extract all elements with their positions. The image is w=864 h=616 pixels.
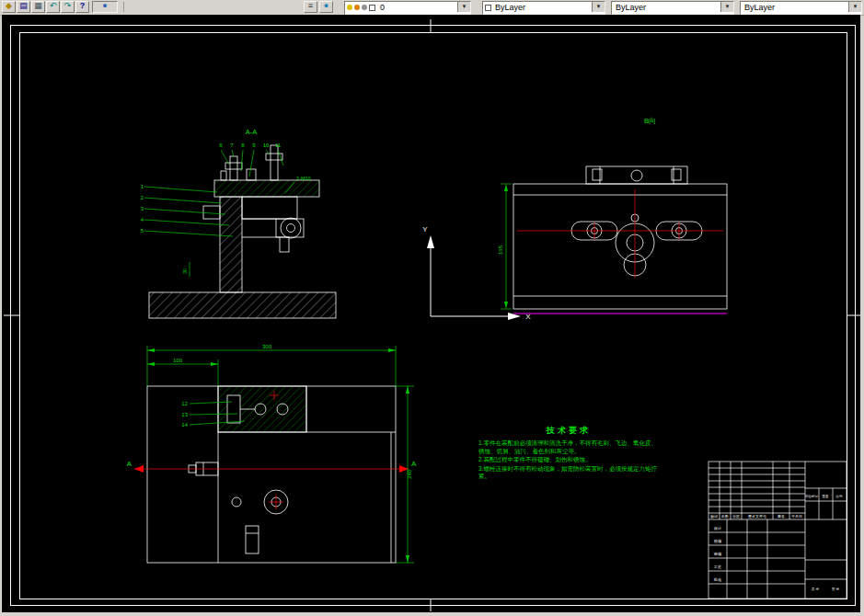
leader-4 xyxy=(144,220,229,225)
balloon-1[interactable]: 1 xyxy=(141,184,144,189)
plan-balloon-12[interactable]: 12 xyxy=(181,401,188,406)
stud-a[interactable] xyxy=(230,156,237,180)
b-body-outline[interactable] xyxy=(513,184,727,309)
layer-states-icon[interactable]: ● xyxy=(319,1,333,13)
tb-sheet-total: 共 张 xyxy=(812,587,820,591)
balloon-6[interactable]: 6 xyxy=(219,143,223,148)
spacer[interactable] xyxy=(247,169,256,180)
balloon-5[interactable]: 5 xyxy=(141,228,144,234)
save-glyph: ▤ xyxy=(19,1,28,11)
tb-scale-label: 比例 xyxy=(836,495,843,498)
tb-sheet-no: 第 张 xyxy=(832,587,840,591)
balloon-8[interactable]: 8 xyxy=(241,143,245,148)
color-combo-dropdown-icon[interactable]: ▼ xyxy=(592,2,605,12)
roller-outer[interactable] xyxy=(281,218,301,238)
plan-dim-total[interactable]: 300 xyxy=(262,344,272,349)
linetype-combo[interactable]: ByLayer ▼ xyxy=(611,1,734,15)
plan-dim-side[interactable]: 240 xyxy=(407,469,412,479)
b-view-label[interactable]: B向 xyxy=(644,117,656,125)
b-direction-view[interactable]: 165 B向 xyxy=(498,117,727,314)
title-block[interactable]: 标记 处数 分区 更改文件号 签名 年月日 设计 校核 审核 工艺 批准 阶段标… xyxy=(708,462,847,599)
plan-balloon-13[interactable]: 13 xyxy=(181,412,188,417)
ucs-y-arrowhead xyxy=(427,235,434,248)
undo-icon[interactable]: ↶ xyxy=(46,1,60,13)
plan-dim-left[interactable]: 100 xyxy=(173,358,183,363)
screw[interactable] xyxy=(280,237,289,252)
print-icon[interactable]: ▦ xyxy=(31,1,45,13)
ucs-icon: Y X xyxy=(422,225,531,321)
leader-3 xyxy=(144,209,225,214)
section-a-right[interactable]: A xyxy=(411,460,417,468)
layers-icon[interactable]: ≡ xyxy=(304,1,317,13)
b-bolt-left[interactable] xyxy=(593,169,602,180)
layers-glyph: ≡ xyxy=(308,1,313,11)
tb-rev-col-4: 更改文件号 xyxy=(748,514,766,519)
redo-icon[interactable]: ↷ xyxy=(61,1,75,13)
linetype-combo-dropdown-icon[interactable]: ▼ xyxy=(720,2,733,12)
tb-weight-label: 重量 xyxy=(823,494,829,498)
tech-req-title: 技术要求 xyxy=(478,425,659,437)
save-icon[interactable]: ▤ xyxy=(17,1,30,13)
dim-arrow-4 xyxy=(211,362,218,366)
fixture-plate[interactable] xyxy=(214,180,319,197)
dim-arrow-3 xyxy=(147,362,155,366)
stud-b[interactable] xyxy=(271,145,278,180)
front-dim-30[interactable]: 30 xyxy=(182,268,188,274)
properties-glyph: ● xyxy=(102,1,107,11)
tb-stage-label: 阶段标记 xyxy=(805,494,818,498)
layer-combo[interactable]: 0 ▼ xyxy=(344,1,471,15)
ucs-y-label: Y xyxy=(422,225,428,234)
b-bolt-right[interactable] xyxy=(672,169,681,180)
column[interactable] xyxy=(220,197,242,292)
color-combo[interactable]: ByLayer ▼ xyxy=(482,1,605,15)
balloon-7[interactable]: 7 xyxy=(230,143,234,148)
left-clamp[interactable] xyxy=(203,206,220,219)
thread-callout[interactable]: 2-M10 xyxy=(296,176,311,181)
tb-role-review: 审核 xyxy=(714,552,722,556)
layer-color-chip xyxy=(369,5,375,11)
locating-pin[interactable] xyxy=(221,171,226,180)
front-section-view[interactable]: 1 2 3 4 5 6 7 8 9 10 11 A-A 2-M10 30 xyxy=(141,128,336,318)
b-bracket-boss[interactable] xyxy=(631,170,642,181)
undo-glyph: ↶ xyxy=(50,1,57,11)
lineweight-combo[interactable]: ByLayer ▼ xyxy=(740,1,862,15)
balloon-2[interactable]: 2 xyxy=(141,195,144,200)
b-dim-height[interactable]: 165 xyxy=(498,245,503,255)
balloon-3[interactable]: 3 xyxy=(141,206,144,211)
dim-arrow-2 xyxy=(388,348,396,352)
plan-slot[interactable] xyxy=(227,395,240,423)
plan-balloon-14[interactable]: 14 xyxy=(181,422,188,428)
properties-icon[interactable]: ● xyxy=(92,1,118,13)
balloon-10[interactable]: 10 xyxy=(263,143,270,148)
help-icon[interactable]: ? xyxy=(75,1,89,13)
drawing-sheet[interactable]: 1 2 3 4 5 6 7 8 9 10 11 A-A 2-M10 30 xyxy=(2,15,860,612)
clamp-block[interactable] xyxy=(276,219,304,237)
layer-combo-dropdown-icon[interactable]: ▼ xyxy=(457,2,470,12)
open-icon[interactable]: ◆ xyxy=(2,1,16,13)
roller-inner[interactable] xyxy=(287,224,295,233)
lineweight-combo-value: ByLayer xyxy=(744,3,775,12)
technical-requirements[interactable]: 技术要求 1.零件在装配前必须清理和清洗干净，不得有毛刺、飞边、氧化皮、锈蚀、切… xyxy=(478,425,659,482)
plan-bolt[interactable] xyxy=(246,526,259,553)
print-glyph: ▦ xyxy=(34,1,42,11)
lineweight-combo-dropdown-icon[interactable]: ▼ xyxy=(848,2,861,12)
tb-role-design: 设计 xyxy=(714,526,722,530)
dim-arrow-5 xyxy=(406,386,409,394)
section-a-left[interactable]: A xyxy=(127,460,132,468)
section-label-aa[interactable]: A-A xyxy=(246,128,258,136)
balloon-4[interactable]: 4 xyxy=(141,217,144,222)
plan-view[interactable]: A A 300 100 240 12 13 14 xyxy=(127,344,417,563)
balloon-9[interactable]: 9 xyxy=(252,143,256,148)
title-block-outline xyxy=(708,462,847,599)
balloon-11[interactable]: 11 xyxy=(275,143,282,148)
slide-body[interactable] xyxy=(242,197,297,219)
tb-role-check: 校核 xyxy=(714,539,722,543)
plan-pin-hole[interactable] xyxy=(232,497,241,507)
base-plate[interactable] xyxy=(149,292,336,318)
tech-req-item-2: 2.装配过程中零件不得磕碰、划伤和锈蚀。 xyxy=(478,456,659,464)
drawing-canvas[interactable]: 1 2 3 4 5 6 7 8 9 10 11 A-A 2-M10 30 xyxy=(2,15,860,612)
nut-a[interactable] xyxy=(225,163,242,169)
dim-arrow-6 xyxy=(406,555,409,563)
dim-arrow-1 xyxy=(147,348,155,352)
color-combo-value: ByLayer xyxy=(495,3,525,12)
